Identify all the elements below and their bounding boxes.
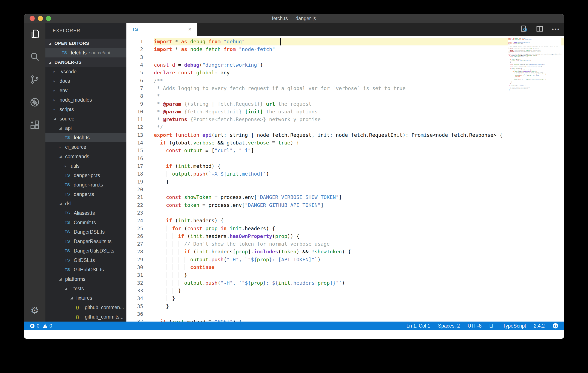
line-number[interactable]: 31 bbox=[126, 271, 154, 279]
code-line[interactable]: 32 output.push("-H", `"${prop}: ${init.h… bbox=[126, 279, 564, 287]
close-tab-icon[interactable]: × bbox=[188, 26, 192, 33]
line-number[interactable]: 17 bbox=[126, 162, 154, 170]
tree-item[interactable]: ▹utils bbox=[45, 161, 126, 171]
line-number[interactable]: 33 bbox=[126, 287, 154, 295]
close-window-button[interactable] bbox=[30, 16, 35, 21]
line-number[interactable]: 8 bbox=[126, 92, 154, 100]
tree-item[interactable]: ◢fixtures bbox=[45, 293, 126, 303]
code-line[interactable]: 19 } bbox=[126, 178, 564, 186]
code-line[interactable]: 2import * as node_fetch from "node-fetch… bbox=[126, 45, 564, 53]
search-icon[interactable] bbox=[24, 45, 45, 68]
line-number[interactable]: 34 bbox=[126, 295, 154, 302]
code-line[interactable]: 18 output.push(`-X ${init.method}`) bbox=[126, 170, 564, 178]
code-line[interactable]: 36 bbox=[126, 310, 564, 318]
line-number[interactable]: 21 bbox=[126, 193, 154, 201]
explorer-icon[interactable] bbox=[24, 23, 45, 45]
line-number[interactable]: 11 bbox=[126, 116, 154, 123]
code-line[interactable]: 29 output.push("-H", `"${prop}: [API TOK… bbox=[126, 256, 564, 264]
tree-item[interactable]: TSGitDSL.ts bbox=[45, 256, 126, 265]
status-item-1[interactable]: Spaces: 2 bbox=[438, 323, 460, 329]
line-number[interactable]: 15 bbox=[126, 147, 154, 154]
code-line[interactable]: 20 bbox=[126, 186, 564, 193]
line-number[interactable]: 5 bbox=[126, 69, 154, 76]
code-line[interactable]: 12 */ bbox=[126, 123, 564, 131]
split-editor-icon[interactable] bbox=[536, 25, 544, 34]
line-number[interactable]: 37 bbox=[126, 318, 154, 321]
code-editor[interactable]: 1import * as debug from "debug"2import *… bbox=[126, 36, 564, 321]
code-line[interactable]: 31 } bbox=[126, 271, 564, 279]
tree-item[interactable]: TSAliases.ts bbox=[45, 208, 126, 218]
settings-gear-icon[interactable]: ⚙ bbox=[24, 299, 45, 321]
tree-item[interactable]: ◢dsl bbox=[45, 199, 126, 208]
tree-item[interactable]: ◢_tests bbox=[45, 284, 126, 293]
tree-item[interactable]: ▹env bbox=[45, 86, 126, 95]
code-line[interactable]: 17 if (init.method) { bbox=[126, 162, 564, 170]
code-line[interactable]: 35 } bbox=[126, 302, 564, 310]
tree-item[interactable]: TSDangerResults.ts bbox=[45, 237, 126, 246]
code-line[interactable]: 3 bbox=[126, 53, 564, 61]
code-line[interactable]: 27 // Don't show the token for normal ve… bbox=[126, 240, 564, 248]
status-item-0[interactable]: Ln 1, Col 1 bbox=[407, 323, 430, 329]
code-line[interactable]: 5declare const global: any bbox=[126, 69, 564, 76]
line-number[interactable]: 32 bbox=[126, 279, 154, 287]
line-number[interactable]: 24 bbox=[126, 217, 154, 224]
line-number[interactable]: 3 bbox=[126, 53, 154, 61]
line-number[interactable]: 18 bbox=[126, 170, 154, 178]
code-line[interactable]: 21 const showToken = process.env["DANGER… bbox=[126, 193, 564, 201]
code-line[interactable]: 10 * @param {fetch.RequestInit} [init] t… bbox=[126, 108, 564, 116]
tree-item[interactable]: ▹.vscode bbox=[45, 67, 126, 76]
source-control-icon[interactable] bbox=[24, 68, 45, 91]
line-number[interactable]: 35 bbox=[126, 302, 154, 310]
title-bar[interactable]: fetch.ts — danger-js bbox=[24, 14, 564, 23]
tab-fetch-ts[interactable]: TS × bbox=[126, 23, 197, 36]
code-line[interactable]: 14 if (global.verbose && global.verbose … bbox=[126, 139, 564, 147]
code-line[interactable]: 26 if (init.headers.hasOwnProperty(prop)… bbox=[126, 232, 564, 240]
more-actions-icon[interactable]: ••• bbox=[552, 26, 560, 33]
line-number[interactable]: 1 bbox=[126, 38, 154, 45]
tree-item[interactable]: TSfetch.ts bbox=[45, 133, 126, 142]
problems-warnings[interactable]: 0 bbox=[42, 323, 52, 329]
code-line[interactable]: 28 if (init.headers[prop].includes(token… bbox=[126, 248, 564, 256]
code-line[interactable]: 24 if (init.headers) { bbox=[126, 217, 564, 224]
minimize-window-button[interactable] bbox=[38, 16, 43, 21]
line-number[interactable]: 30 bbox=[126, 264, 154, 271]
feedback-smiley-icon[interactable] bbox=[552, 323, 558, 329]
line-number[interactable]: 36 bbox=[126, 310, 154, 318]
status-item-3[interactable]: LF bbox=[489, 323, 495, 329]
tree-item[interactable]: ◢api bbox=[45, 123, 126, 133]
tree-item[interactable]: TSDangerUtilsDSL.ts bbox=[45, 246, 126, 256]
tree-item[interactable]: TSdanger-pr.ts bbox=[45, 171, 126, 180]
tree-item[interactable]: TSDangerDSL.ts bbox=[45, 227, 126, 237]
tree-item[interactable]: ◢source bbox=[45, 114, 126, 123]
tree-item[interactable]: ▹scripts bbox=[45, 105, 126, 114]
line-number[interactable]: 13 bbox=[126, 131, 154, 139]
code-line[interactable]: 34 } bbox=[126, 295, 564, 302]
tree-item[interactable]: {}github_commits... bbox=[45, 312, 126, 321]
zoom-window-button[interactable] bbox=[46, 16, 51, 21]
line-number[interactable]: 20 bbox=[126, 186, 154, 193]
code-line[interactable]: 13export function api(url: string | node… bbox=[126, 131, 564, 139]
line-number[interactable]: 7 bbox=[126, 85, 154, 92]
line-number[interactable]: 23 bbox=[126, 209, 154, 217]
status-item-4[interactable]: TypeScript bbox=[503, 323, 526, 329]
code-line[interactable]: 7 * Adds logging to every fetch request … bbox=[126, 85, 564, 92]
code-line[interactable]: 11 * @returns {Promise<fetch.Response>} … bbox=[126, 116, 564, 123]
code-line[interactable]: 23 bbox=[126, 209, 564, 217]
line-number[interactable]: 9 bbox=[126, 100, 154, 108]
code-line[interactable]: 22 const token = process.env["DANGER_GIT… bbox=[126, 201, 564, 209]
line-number[interactable]: 10 bbox=[126, 108, 154, 116]
line-number[interactable]: 12 bbox=[126, 123, 154, 131]
line-number[interactable]: 14 bbox=[126, 139, 154, 147]
line-number[interactable]: 2 bbox=[126, 45, 154, 53]
tree-item[interactable]: TSGitHubDSL.ts bbox=[45, 265, 126, 274]
line-number[interactable]: 22 bbox=[126, 201, 154, 209]
tree-item[interactable]: ▹ci_source bbox=[45, 142, 126, 152]
line-number[interactable]: 6 bbox=[126, 77, 154, 85]
line-number[interactable]: 29 bbox=[126, 256, 154, 264]
code-line[interactable]: 25 for (const prop in init.headers) { bbox=[126, 225, 564, 232]
code-line[interactable]: 30 continue bbox=[126, 264, 564, 271]
status-item-5[interactable]: 2.4.2 bbox=[534, 323, 545, 329]
code-line[interactable]: 33 } bbox=[126, 287, 564, 295]
code-line[interactable]: 16 bbox=[126, 155, 564, 162]
code-line[interactable]: 4const d = debug("danger:networking") bbox=[126, 61, 564, 69]
